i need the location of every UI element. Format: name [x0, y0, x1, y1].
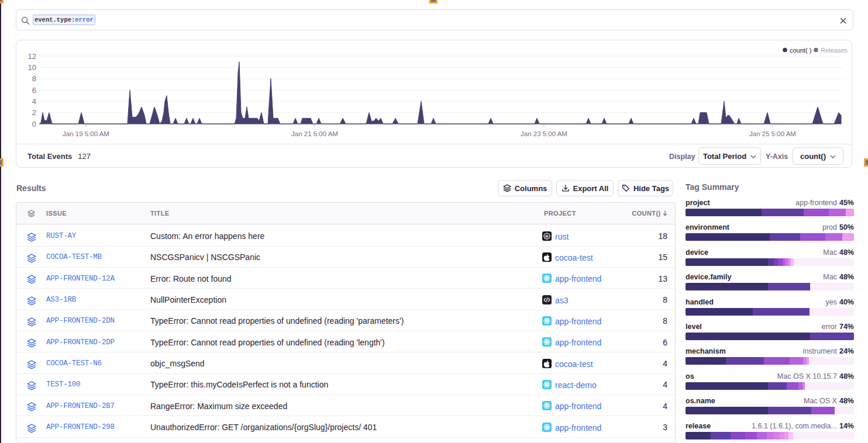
svg-text:Releases: Releases: [821, 47, 848, 54]
svg-text:Jan 25 5:00 AM: Jan 25 5:00 AM: [749, 130, 796, 137]
svg-text:10: 10: [28, 63, 36, 72]
svg-text:12: 12: [28, 52, 36, 61]
svg-text:count( ): count( ): [790, 47, 811, 54]
svg-text:8: 8: [32, 74, 36, 83]
svg-text:R: R: [545, 233, 549, 238]
svg-text:4: 4: [32, 97, 36, 106]
svg-text:2: 2: [32, 108, 36, 117]
svg-text:Jan 23 5:00 AM: Jan 23 5:00 AM: [521, 130, 567, 137]
svg-text:6: 6: [32, 86, 36, 95]
svg-text:0: 0: [32, 120, 36, 129]
svg-text:Jan 21 5:00 AM: Jan 21 5:00 AM: [291, 130, 338, 137]
svg-text:Jan 19 5:00 AM: Jan 19 5:00 AM: [63, 130, 109, 137]
